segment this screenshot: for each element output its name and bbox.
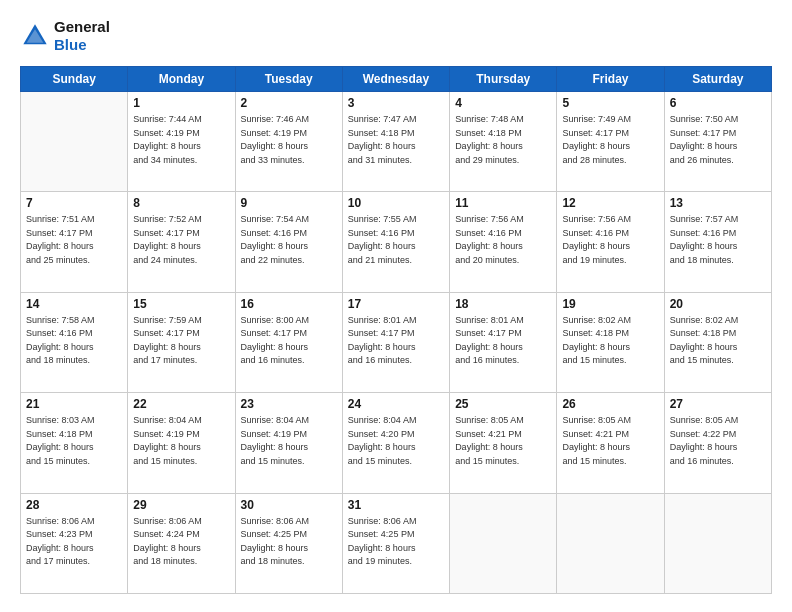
day-number: 17 [348, 297, 444, 311]
day-number: 23 [241, 397, 337, 411]
day-header-tuesday: Tuesday [235, 67, 342, 92]
day-header-wednesday: Wednesday [342, 67, 449, 92]
day-header-thursday: Thursday [450, 67, 557, 92]
week-row-5: 28Sunrise: 8:06 AM Sunset: 4:23 PM Dayli… [21, 493, 772, 593]
day-info: Sunrise: 8:03 AM Sunset: 4:18 PM Dayligh… [26, 414, 122, 468]
calendar-cell: 13Sunrise: 7:57 AM Sunset: 4:16 PM Dayli… [664, 192, 771, 292]
calendar-header-row: SundayMondayTuesdayWednesdayThursdayFrid… [21, 67, 772, 92]
logo-icon [20, 21, 50, 51]
header: General Blue [20, 18, 772, 54]
logo-text: General Blue [54, 18, 110, 54]
calendar-cell: 11Sunrise: 7:56 AM Sunset: 4:16 PM Dayli… [450, 192, 557, 292]
calendar-cell: 30Sunrise: 8:06 AM Sunset: 4:25 PM Dayli… [235, 493, 342, 593]
day-number: 12 [562, 196, 658, 210]
day-info: Sunrise: 7:48 AM Sunset: 4:18 PM Dayligh… [455, 113, 551, 167]
day-info: Sunrise: 8:05 AM Sunset: 4:21 PM Dayligh… [562, 414, 658, 468]
calendar-cell: 28Sunrise: 8:06 AM Sunset: 4:23 PM Dayli… [21, 493, 128, 593]
calendar-cell: 14Sunrise: 7:58 AM Sunset: 4:16 PM Dayli… [21, 292, 128, 392]
day-number: 4 [455, 96, 551, 110]
day-info: Sunrise: 8:06 AM Sunset: 4:25 PM Dayligh… [241, 515, 337, 569]
calendar-cell: 4Sunrise: 7:48 AM Sunset: 4:18 PM Daylig… [450, 92, 557, 192]
day-number: 10 [348, 196, 444, 210]
day-number: 24 [348, 397, 444, 411]
day-info: Sunrise: 8:04 AM Sunset: 4:19 PM Dayligh… [133, 414, 229, 468]
day-number: 18 [455, 297, 551, 311]
calendar-cell: 6Sunrise: 7:50 AM Sunset: 4:17 PM Daylig… [664, 92, 771, 192]
calendar-cell: 1Sunrise: 7:44 AM Sunset: 4:19 PM Daylig… [128, 92, 235, 192]
day-info: Sunrise: 7:49 AM Sunset: 4:17 PM Dayligh… [562, 113, 658, 167]
calendar-cell: 8Sunrise: 7:52 AM Sunset: 4:17 PM Daylig… [128, 192, 235, 292]
day-info: Sunrise: 7:58 AM Sunset: 4:16 PM Dayligh… [26, 314, 122, 368]
calendar-cell: 24Sunrise: 8:04 AM Sunset: 4:20 PM Dayli… [342, 393, 449, 493]
day-info: Sunrise: 8:06 AM Sunset: 4:25 PM Dayligh… [348, 515, 444, 569]
calendar-cell: 7Sunrise: 7:51 AM Sunset: 4:17 PM Daylig… [21, 192, 128, 292]
calendar-cell: 23Sunrise: 8:04 AM Sunset: 4:19 PM Dayli… [235, 393, 342, 493]
day-number: 22 [133, 397, 229, 411]
day-info: Sunrise: 8:02 AM Sunset: 4:18 PM Dayligh… [562, 314, 658, 368]
day-number: 6 [670, 96, 766, 110]
day-number: 26 [562, 397, 658, 411]
day-info: Sunrise: 8:06 AM Sunset: 4:23 PM Dayligh… [26, 515, 122, 569]
day-info: Sunrise: 7:44 AM Sunset: 4:19 PM Dayligh… [133, 113, 229, 167]
day-number: 5 [562, 96, 658, 110]
day-number: 29 [133, 498, 229, 512]
day-info: Sunrise: 8:04 AM Sunset: 4:20 PM Dayligh… [348, 414, 444, 468]
day-number: 28 [26, 498, 122, 512]
day-number: 21 [26, 397, 122, 411]
day-number: 19 [562, 297, 658, 311]
day-number: 9 [241, 196, 337, 210]
day-header-saturday: Saturday [664, 67, 771, 92]
day-number: 15 [133, 297, 229, 311]
day-info: Sunrise: 8:02 AM Sunset: 4:18 PM Dayligh… [670, 314, 766, 368]
day-info: Sunrise: 8:05 AM Sunset: 4:22 PM Dayligh… [670, 414, 766, 468]
calendar-cell: 27Sunrise: 8:05 AM Sunset: 4:22 PM Dayli… [664, 393, 771, 493]
calendar-cell: 15Sunrise: 7:59 AM Sunset: 4:17 PM Dayli… [128, 292, 235, 392]
day-info: Sunrise: 7:46 AM Sunset: 4:19 PM Dayligh… [241, 113, 337, 167]
day-info: Sunrise: 7:57 AM Sunset: 4:16 PM Dayligh… [670, 213, 766, 267]
day-info: Sunrise: 7:55 AM Sunset: 4:16 PM Dayligh… [348, 213, 444, 267]
calendar-cell: 10Sunrise: 7:55 AM Sunset: 4:16 PM Dayli… [342, 192, 449, 292]
calendar-cell: 17Sunrise: 8:01 AM Sunset: 4:17 PM Dayli… [342, 292, 449, 392]
page: General Blue SundayMondayTuesdayWednesda… [0, 0, 792, 612]
calendar-cell [664, 493, 771, 593]
calendar-cell [450, 493, 557, 593]
day-number: 16 [241, 297, 337, 311]
calendar-cell: 19Sunrise: 8:02 AM Sunset: 4:18 PM Dayli… [557, 292, 664, 392]
calendar-cell: 31Sunrise: 8:06 AM Sunset: 4:25 PM Dayli… [342, 493, 449, 593]
calendar-table: SundayMondayTuesdayWednesdayThursdayFrid… [20, 66, 772, 594]
day-info: Sunrise: 8:01 AM Sunset: 4:17 PM Dayligh… [455, 314, 551, 368]
day-info: Sunrise: 8:00 AM Sunset: 4:17 PM Dayligh… [241, 314, 337, 368]
day-info: Sunrise: 7:54 AM Sunset: 4:16 PM Dayligh… [241, 213, 337, 267]
day-header-monday: Monday [128, 67, 235, 92]
calendar-cell: 3Sunrise: 7:47 AM Sunset: 4:18 PM Daylig… [342, 92, 449, 192]
day-info: Sunrise: 8:04 AM Sunset: 4:19 PM Dayligh… [241, 414, 337, 468]
calendar-cell: 29Sunrise: 8:06 AM Sunset: 4:24 PM Dayli… [128, 493, 235, 593]
day-number: 20 [670, 297, 766, 311]
day-info: Sunrise: 7:50 AM Sunset: 4:17 PM Dayligh… [670, 113, 766, 167]
logo: General Blue [20, 18, 110, 54]
day-info: Sunrise: 7:59 AM Sunset: 4:17 PM Dayligh… [133, 314, 229, 368]
day-header-sunday: Sunday [21, 67, 128, 92]
day-info: Sunrise: 7:56 AM Sunset: 4:16 PM Dayligh… [455, 213, 551, 267]
calendar-cell [557, 493, 664, 593]
calendar-cell: 26Sunrise: 8:05 AM Sunset: 4:21 PM Dayli… [557, 393, 664, 493]
day-number: 27 [670, 397, 766, 411]
calendar-cell: 18Sunrise: 8:01 AM Sunset: 4:17 PM Dayli… [450, 292, 557, 392]
day-number: 30 [241, 498, 337, 512]
calendar-cell: 16Sunrise: 8:00 AM Sunset: 4:17 PM Dayli… [235, 292, 342, 392]
week-row-2: 7Sunrise: 7:51 AM Sunset: 4:17 PM Daylig… [21, 192, 772, 292]
day-number: 7 [26, 196, 122, 210]
day-number: 1 [133, 96, 229, 110]
week-row-4: 21Sunrise: 8:03 AM Sunset: 4:18 PM Dayli… [21, 393, 772, 493]
day-number: 2 [241, 96, 337, 110]
week-row-3: 14Sunrise: 7:58 AM Sunset: 4:16 PM Dayli… [21, 292, 772, 392]
day-info: Sunrise: 7:52 AM Sunset: 4:17 PM Dayligh… [133, 213, 229, 267]
day-number: 11 [455, 196, 551, 210]
calendar-cell: 21Sunrise: 8:03 AM Sunset: 4:18 PM Dayli… [21, 393, 128, 493]
day-info: Sunrise: 7:47 AM Sunset: 4:18 PM Dayligh… [348, 113, 444, 167]
day-info: Sunrise: 7:56 AM Sunset: 4:16 PM Dayligh… [562, 213, 658, 267]
calendar-cell: 9Sunrise: 7:54 AM Sunset: 4:16 PM Daylig… [235, 192, 342, 292]
calendar-cell: 22Sunrise: 8:04 AM Sunset: 4:19 PM Dayli… [128, 393, 235, 493]
week-row-1: 1Sunrise: 7:44 AM Sunset: 4:19 PM Daylig… [21, 92, 772, 192]
day-header-friday: Friday [557, 67, 664, 92]
